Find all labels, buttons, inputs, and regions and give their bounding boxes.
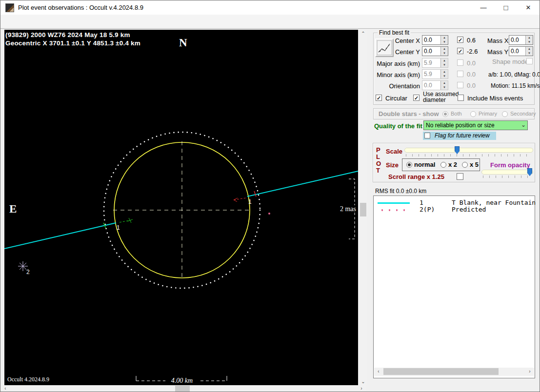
fit-x-checkbox[interactable] <box>457 37 463 43</box>
scroll-up-icon[interactable]: ⌃ <box>359 31 367 36</box>
quality-select[interactable]: No reliable position or size ⌄ <box>423 120 528 130</box>
size-x2-label: x 2 <box>448 161 457 168</box>
mas-scale-label: 2 mas <box>340 205 356 213</box>
occultation-plot[interactable]: 1 1 2 2 mas 4.00 km Occult 4.2024.8.9 (9… <box>4 30 358 385</box>
plot-letter-p: P <box>376 146 380 154</box>
major-axis-value[interactable]: 5.9 <box>422 59 440 67</box>
size-normal-radio[interactable] <box>406 162 412 168</box>
orientation-fit-checkbox <box>457 82 463 88</box>
find-best-fit-title: Find best fit <box>378 29 411 36</box>
app-icon[interactable] <box>5 3 14 12</box>
center-x-spinner[interactable]: 0.0 ▲▼ <box>422 35 448 45</box>
circular-checkbox[interactable] <box>376 95 382 101</box>
include-miss-checkbox[interactable] <box>458 95 464 101</box>
scale-slider-ticks <box>406 154 532 157</box>
app-window: Plot event observations : Occult v.4.202… <box>0 0 540 392</box>
form-opacity-label: Form opacity <box>490 161 530 169</box>
minor-axis-value[interactable]: 5.9 <box>422 70 440 78</box>
scroll-left-icon[interactable]: ‹ <box>375 369 382 374</box>
scroll-right-icon[interactable]: › <box>358 386 365 391</box>
rms-fit-label: RMS fit 0.0 ±0.0 km <box>375 188 426 195</box>
major-axis-err-label: 0.0 <box>467 59 476 67</box>
mass-x-spinner[interactable]: 0.0 ▲▼ <box>509 35 533 45</box>
fit-y-checkbox[interactable] <box>457 48 463 54</box>
center-x-value[interactable]: 0.0 <box>422 36 440 44</box>
scale-label: Scale <box>386 148 402 155</box>
plot-horizontal-scrollbar[interactable]: ‹ › <box>1 385 366 392</box>
chord-label-left: 1 <box>117 224 120 231</box>
vertical-scroll-thumb[interactable] <box>360 203 366 216</box>
orientation-spinner[interactable]: 0.0 ▲▼ <box>422 80 448 90</box>
scroll-range-checkbox[interactable] <box>457 173 463 180</box>
opacity-slider-track[interactable] <box>481 170 533 175</box>
plot-header-line2: Geocentric X 3701.1 ±0.1 Y 4851.3 ±0.4 k… <box>5 39 140 47</box>
km-scale-label: 4.00 km <box>171 377 193 384</box>
maximize-button[interactable]: □ <box>495 0 517 15</box>
horizontal-scroll-thumb[interactable] <box>175 386 190 392</box>
size-x2-radio[interactable] <box>440 162 446 168</box>
mass-x-value[interactable]: 0.0 <box>509 36 525 44</box>
legend-item-2-name[interactable]: Predicted <box>452 206 486 213</box>
center-y-spinner[interactable]: 0.0 ▲▼ <box>422 46 448 56</box>
circular-label: Circular <box>385 95 407 102</box>
plot-letter-t: T <box>376 167 380 174</box>
plot-letter-l: L <box>376 153 380 160</box>
minimize-button[interactable]: — <box>472 0 495 15</box>
scale-slider-track[interactable] <box>404 148 533 153</box>
mass-y-value[interactable]: 0.0 <box>509 47 525 56</box>
mass-y-spinner[interactable]: 0.0 ▲▼ <box>509 46 533 56</box>
chord-line-east <box>247 171 358 196</box>
spinner-arrows-icon[interactable]: ▲▼ <box>525 36 533 44</box>
legend-item-2-num[interactable]: 2(P) <box>420 206 435 213</box>
minor-axis-label: Minor axis (km) <box>371 71 420 78</box>
spinner-arrows-icon[interactable]: ▲▼ <box>525 47 533 56</box>
opacity-slider-thumb[interactable] <box>527 168 532 176</box>
major-axis-label: Major axis (km) <box>371 60 420 67</box>
size-x5-label: x 5 <box>470 161 479 168</box>
include-miss-label: Include Miss events <box>467 95 523 102</box>
legend-listbox[interactable]: 1 T Blank, near Fountain 2(P) Predicted … <box>373 196 535 378</box>
chevron-down-icon[interactable]: ⌄ <box>521 121 526 128</box>
motion-label: Motion: 11.15 km/s <box>491 82 540 89</box>
center-y-label: Center Y <box>386 48 420 56</box>
mass-y-label: Mass Y <box>487 48 508 56</box>
close-button[interactable]: ✕ <box>517 0 540 15</box>
flag-review-checkbox[interactable] <box>424 133 430 138</box>
window-title: Plot event observations : Occult v.4.202… <box>18 4 143 11</box>
orientation-label: Orientation <box>371 82 420 90</box>
major-axis-spinner[interactable]: 5.9 ▲▼ <box>422 58 448 68</box>
scale-slider-thumb[interactable] <box>455 146 460 154</box>
orientation-err-label: 0.0 <box>467 82 476 89</box>
scroll-down-icon[interactable]: ⌄ <box>359 379 367 384</box>
chord-line-west <box>4 223 116 249</box>
double-primary-label: Primary <box>479 111 497 117</box>
scroll-right-icon[interactable]: › <box>526 369 533 374</box>
legend-item-1-name[interactable]: T Blank, near Fountain <box>452 199 536 206</box>
spinner-arrows-icon[interactable]: ▲▼ <box>440 47 448 56</box>
size-x5-radio[interactable] <box>462 162 468 168</box>
use-assumed-label: Use assumed diameter <box>423 91 461 103</box>
double-stars-title: Double stars - show <box>379 110 439 118</box>
mass-x-label: Mass X <box>487 37 508 44</box>
legend-horizontal-scrollbar[interactable]: ‹ › <box>374 368 534 376</box>
scroll-left-icon[interactable]: ‹ <box>2 386 9 391</box>
legend-item-1-num[interactable]: 1 <box>420 199 423 206</box>
shape-model-checkbox <box>526 58 533 64</box>
green-cross-marker <box>127 218 133 223</box>
legend-scroll-thumb[interactable] <box>383 368 499 375</box>
predicted-dot <box>268 213 270 215</box>
north-label: N <box>179 37 187 49</box>
plot-vertical-scrollbar[interactable]: ⌃ ⌄ <box>359 30 367 385</box>
size-radio-group: normal x 2 x 5 <box>402 158 480 171</box>
orientation-value[interactable]: 0.0 <box>422 81 440 90</box>
quality-label: Quality of the fit <box>374 122 422 130</box>
center-y-value[interactable]: 0.0 <box>422 47 440 56</box>
fit-x-check-label: 0.6 <box>467 37 476 44</box>
plot-header-line1: (93829) 2000 WZ76 2024 May 18 5.9 km <box>5 31 130 39</box>
use-assumed-checkbox[interactable] <box>413 95 420 101</box>
minor-axis-spinner[interactable]: 5.9 ▲▼ <box>422 69 448 79</box>
legend-swatch-solid-cyan <box>378 202 410 204</box>
spinner-arrows-icon[interactable]: ▲▼ <box>440 36 448 44</box>
shape-model-label: Shape model <box>492 58 530 65</box>
major-axis-fit-checkbox <box>457 59 463 66</box>
